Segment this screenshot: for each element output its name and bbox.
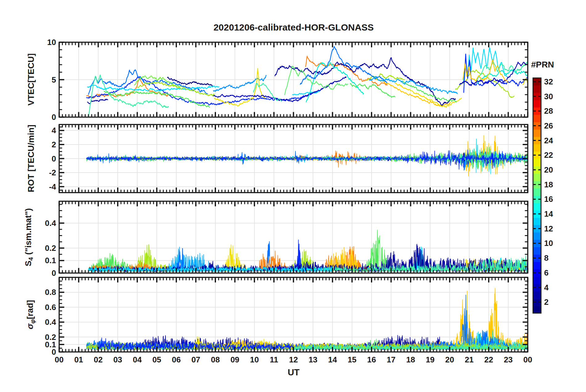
- colorbar-tick-label: 26: [544, 121, 569, 130]
- rot-panel: [59, 125, 528, 193]
- colorbar-tick-label: 12: [544, 224, 569, 233]
- series-green-d: [402, 81, 457, 102]
- s4-panel: [59, 201, 528, 273]
- x-tick-label: 22: [478, 355, 499, 364]
- y-tick-label: 0.2: [1, 333, 56, 342]
- x-tick-label: 21: [458, 355, 480, 364]
- x-tick-label: 14: [322, 355, 343, 364]
- colorbar: [533, 78, 541, 313]
- y-tick-label: 0: [1, 112, 56, 122]
- y-tick-label: 0.8: [1, 288, 56, 297]
- x-tick-label: 06: [165, 355, 187, 364]
- y-tick-label: 0.6: [1, 303, 56, 312]
- vtec-panel: [59, 42, 528, 117]
- y-tick-label: 0: [1, 154, 56, 163]
- series-orange-b: [306, 56, 387, 86]
- x-tick-label: 20: [439, 355, 461, 364]
- x-tick-label: 15: [341, 355, 363, 364]
- x-tick-label: 23: [498, 355, 519, 364]
- colorbar-tick-label: 32: [544, 77, 569, 86]
- colorbar-tick-label: 8: [544, 253, 569, 263]
- chart-title: 20201206-calibrated-HOR-GLONASS: [214, 22, 374, 33]
- colorbar-tick-label: 28: [544, 106, 569, 116]
- x-tick-label: 00: [48, 355, 70, 364]
- y-tick-label: 10: [1, 38, 56, 47]
- plot-canvas: [0, 0, 586, 392]
- x-tick-label: 10: [244, 355, 265, 364]
- y-tick-label: 0.1: [1, 256, 56, 265]
- colorbar-tick-label: 4: [544, 283, 569, 292]
- x-tick-label: 17: [380, 355, 402, 364]
- y-tick-label: 4: [1, 126, 56, 135]
- x-tick-label: 09: [224, 355, 246, 364]
- x-tick-label: 07: [185, 355, 207, 364]
- x-tick-label: 04: [127, 355, 148, 364]
- x-tick-label: 13: [302, 355, 324, 364]
- series-spring-b: [306, 63, 364, 102]
- series-navy-c: [214, 77, 346, 102]
- colorbar-tick-label: 18: [544, 180, 569, 189]
- colorbar-title: #PRN: [531, 60, 554, 70]
- y-tick-label: 0: [1, 268, 56, 278]
- vtec-series-group: [87, 47, 528, 117]
- y-tick-label: 0.4: [1, 317, 56, 327]
- rot-series-group: [87, 135, 528, 176]
- x-tick-label: 12: [283, 355, 304, 364]
- colorbar-tick-label: 14: [544, 209, 569, 218]
- x-tick-label: 19: [419, 355, 441, 364]
- x-tick-label: 08: [205, 355, 226, 364]
- x-tick-label: 11: [263, 355, 285, 364]
- colorbar-tick-label: 24: [544, 136, 569, 145]
- colorbar-tick-label: 22: [544, 150, 569, 160]
- colorbar-tick-label: 16: [544, 194, 569, 204]
- colorbar-tick-label: 10: [544, 239, 569, 248]
- sigma-phi-panel: [59, 277, 528, 352]
- x-tick-label: 01: [68, 355, 89, 364]
- y-tick-label: 0.2: [1, 243, 56, 253]
- y-tick-label: 0.4: [1, 218, 56, 228]
- colorbar-tick-label: 6: [544, 268, 569, 277]
- y-tick-label: -4: [1, 182, 56, 191]
- colorbar-tick-label: 2: [544, 297, 569, 307]
- sigma-phi-series-group: [87, 288, 528, 350]
- series-navy-b: [168, 77, 213, 86]
- x-tick-label: 00: [517, 355, 539, 364]
- x-tick-label: 02: [87, 355, 109, 364]
- x-tick-label: 16: [361, 355, 382, 364]
- y-tick-label: 5: [1, 75, 56, 84]
- colorbar-tick-label: 30: [544, 92, 569, 101]
- x-tick-label: 18: [400, 355, 421, 364]
- y-tick-label: 2: [1, 140, 56, 149]
- s4-series-group: [88, 230, 528, 272]
- series-rot-blue: [87, 150, 528, 169]
- ut-axis-label: UT: [288, 367, 300, 378]
- x-tick-label: 03: [107, 355, 128, 364]
- colorbar-tick-label: 20: [544, 165, 569, 174]
- y-tick-label: -2: [1, 168, 56, 177]
- series-green-c: [350, 84, 395, 97]
- x-tick-label: 05: [146, 355, 168, 364]
- figure: 20201206-calibrated-HOR-GLONASS VTEC[TEC…: [0, 0, 586, 392]
